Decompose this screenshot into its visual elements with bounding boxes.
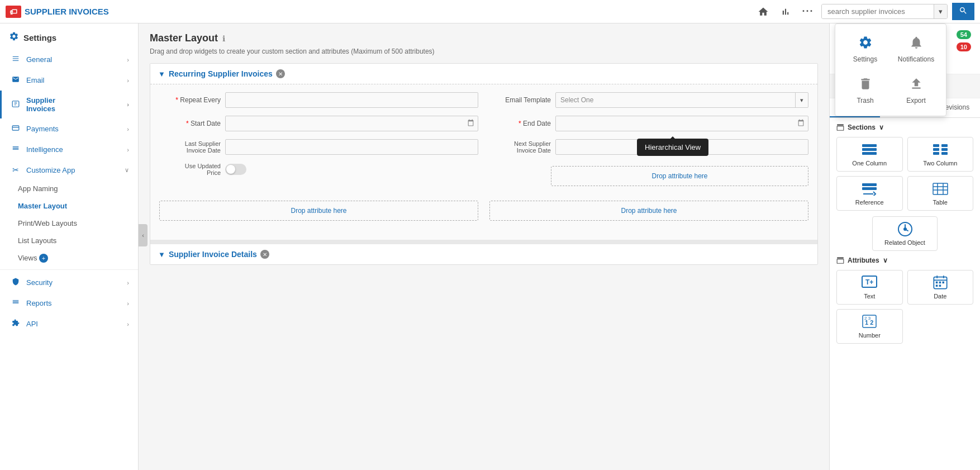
start-date-input[interactable] <box>226 120 464 127</box>
repeat-every-field: Repeat Every <box>159 92 478 108</box>
section1-toggle[interactable]: ▼ <box>158 70 165 78</box>
email-template-select[interactable]: Select One ▾ <box>555 92 808 108</box>
section2-toggle[interactable]: ▼ <box>158 250 165 259</box>
use-updated-price-toggle[interactable] <box>225 164 246 175</box>
views-add-icon[interactable]: + <box>39 254 48 263</box>
print-web-layouts-label: Print/Web Layouts <box>18 219 77 227</box>
number-palette-icon: 1 2 2 3 <box>860 314 878 330</box>
drop-zone-text-2: Drop attribute here <box>291 207 346 215</box>
trash-menu-item[interactable]: Trash <box>841 71 889 110</box>
supplier-invoices-chevron: › <box>127 101 129 108</box>
app-title: SUPPLIER INVOICES <box>25 7 109 16</box>
sidebar-item-customize-app[interactable]: ✂ Customize App ∨ <box>0 160 138 180</box>
settings-menu-item[interactable]: Settings <box>841 30 889 69</box>
reference-icon <box>860 181 878 197</box>
sub-item-print-web-layouts[interactable]: Print/Web Layouts <box>0 215 138 232</box>
sub-item-app-naming[interactable]: App Naming <box>0 180 138 197</box>
next-invoice-date-label: Next SupplierInvoice Date <box>489 140 551 154</box>
palette-text[interactable]: T+ Text <box>836 270 903 305</box>
notifications-menu-label: Notifications <box>898 55 934 63</box>
start-date-label: Start Date <box>159 120 221 127</box>
app-naming-label: App Naming <box>18 184 58 193</box>
reference-label: Reference <box>855 199 884 206</box>
sub-item-list-layouts[interactable]: List Layouts <box>0 232 138 249</box>
drop-zone-right-2[interactable]: Drop attribute here <box>489 197 808 224</box>
drop-attribute-zone-2[interactable]: Drop attribute here <box>159 201 478 221</box>
palette-two-column[interactable]: Two Column <box>907 137 974 172</box>
svg-rect-15 <box>941 144 948 147</box>
intelligence-chevron: › <box>127 146 129 153</box>
palette-table[interactable]: Table <box>907 176 974 211</box>
collapse-handle[interactable]: ‹ <box>139 224 148 246</box>
drop-zone-left[interactable]: Drop attribute here <box>159 197 478 224</box>
palette-reference[interactable]: Reference <box>836 176 903 211</box>
removed-attrs-badge: 10 <box>957 42 971 51</box>
palette-content: Sections ∨ One Column <box>830 118 980 470</box>
chart-button[interactable] <box>777 3 795 21</box>
svg-rect-11 <box>862 144 877 147</box>
repeat-every-input[interactable] <box>225 92 478 108</box>
last-invoice-date-input[interactable] <box>225 139 478 155</box>
sidebar-item-api[interactable]: API › <box>0 314 138 334</box>
sub-item-views[interactable]: Views + <box>0 249 138 267</box>
drop-attribute-zone-3[interactable]: Drop attribute here <box>489 201 808 221</box>
end-date-input[interactable] <box>556 120 794 127</box>
section2-close[interactable]: ✕ <box>260 250 269 259</box>
payments-icon <box>11 124 21 134</box>
section1-title: Recurring Supplier Invoices <box>169 69 273 78</box>
palette-date[interactable]: Date <box>907 270 974 305</box>
form-row-2: Start Date End Date <box>159 116 808 131</box>
search-go-button[interactable] <box>952 3 974 20</box>
sidebar-item-reports[interactable]: Reports › <box>0 293 138 314</box>
end-date-calendar-icon[interactable] <box>794 119 808 128</box>
sidebar-item-general[interactable]: General › <box>0 49 138 70</box>
settings-menu-label: Settings <box>853 55 877 63</box>
use-updated-price-label: Use UpdatedPrice <box>159 163 221 176</box>
sidebar-item-supplier-invoices[interactable]: SupplierInvoices › <box>0 91 138 118</box>
svg-rect-12 <box>862 148 877 151</box>
svg-point-28 <box>903 227 907 231</box>
left-sidebar: Settings General › Email › SupplierInvoi… <box>0 23 139 470</box>
svg-rect-10 <box>837 126 844 131</box>
svg-rect-14 <box>933 144 939 147</box>
search-dropdown-btn[interactable]: ▾ <box>934 4 947 18</box>
section1-close[interactable]: ✕ <box>276 69 285 78</box>
svg-rect-18 <box>933 152 939 155</box>
palette-related-object[interactable]: Related Object <box>872 216 938 251</box>
sections-title[interactable]: Sections ∨ <box>836 124 973 131</box>
sidebar-item-payments[interactable]: Payments › <box>0 118 138 139</box>
sub-item-master-layout[interactable]: Master Layout <box>0 197 138 215</box>
table-label: Table <box>933 199 948 206</box>
svg-rect-0 <box>12 101 19 107</box>
settings-label: Settings <box>23 33 56 42</box>
drop-zone-text-1: Drop attribute here <box>651 172 707 180</box>
svg-rect-22 <box>933 183 948 194</box>
sidebar-item-email[interactable]: Email › <box>0 70 138 91</box>
notifications-icon <box>909 35 924 53</box>
more-button[interactable]: ··· <box>799 3 817 21</box>
palette-one-column[interactable]: One Column <box>836 137 903 172</box>
sidebar-item-security[interactable]: Security › <box>0 272 138 293</box>
svg-rect-20 <box>862 183 877 186</box>
export-menu-item[interactable]: Export <box>892 71 940 110</box>
palette-number[interactable]: 1 2 2 3 Number <box>836 309 903 344</box>
home-button[interactable] <box>754 3 772 21</box>
search-input[interactable] <box>822 4 934 18</box>
dropdown-popup: Settings Notifications Trash Export <box>835 23 946 116</box>
info-icon[interactable]: ℹ <box>222 34 225 43</box>
form-row-5: Drop attribute here Drop attribute here <box>159 197 808 224</box>
email-icon <box>11 75 21 85</box>
payments-label: Payments <box>26 125 59 133</box>
start-date-calendar-icon[interactable] <box>464 119 478 128</box>
one-column-label: One Column <box>852 160 887 167</box>
app-logo: 🏷 SUPPLIER INVOICES <box>6 6 109 18</box>
sections-palette-grid: One Column Two Column <box>836 137 973 211</box>
hierarchical-view-tooltip: Hierarchical View <box>637 139 708 156</box>
attributes-title[interactable]: Attributes ∨ <box>836 257 973 264</box>
api-icon <box>11 319 21 329</box>
drop-zone-right-1[interactable]: Drop attribute here <box>489 163 808 189</box>
sidebar-item-intelligence[interactable]: Intelligence › <box>0 139 138 160</box>
drop-attribute-zone-1[interactable]: Drop attribute here <box>551 166 808 186</box>
notifications-menu-item[interactable]: Notifications <box>892 30 940 69</box>
svg-text:T+: T+ <box>865 278 873 286</box>
